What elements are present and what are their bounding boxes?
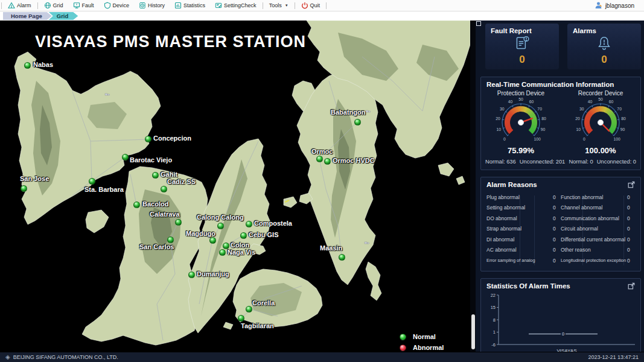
svg-text:60: 60 bbox=[609, 100, 614, 104]
station-label: Ormoc HVDC bbox=[333, 157, 375, 164]
gauge-label: Protection Device bbox=[481, 90, 561, 97]
map-title: VISAYAS PMS MASTER STATION bbox=[35, 33, 306, 51]
alarms-value: 0 bbox=[567, 54, 641, 66]
gauge-value: 75.99% bbox=[481, 146, 561, 155]
reason-row: DO abnormal0 bbox=[486, 213, 561, 224]
toolbar-button-fault[interactable]: Fault bbox=[68, 0, 99, 11]
station-marker-cadiz-ss[interactable] bbox=[161, 186, 167, 192]
station-marker-ormoc[interactable] bbox=[316, 156, 323, 162]
alarm-times-chart: 221581-60VISAYAS bbox=[483, 291, 639, 352]
station-marker-babatngon[interactable] bbox=[354, 119, 361, 125]
toolbar-button-settingcheck[interactable]: SettingCheck bbox=[210, 0, 261, 11]
globe-icon bbox=[44, 2, 51, 9]
username: jblagnason bbox=[605, 2, 634, 9]
reason-row: Other reason0 bbox=[561, 245, 635, 256]
company-logo-icon: ◈ bbox=[5, 354, 10, 360]
alarms-title: Alarms bbox=[573, 27, 596, 34]
toolbar-button-tools[interactable]: Tools▼ bbox=[264, 0, 293, 11]
toolbar-button-grid[interactable]: Grid bbox=[39, 0, 68, 11]
device-icon bbox=[104, 2, 111, 9]
map-islands bbox=[0, 21, 470, 352]
svg-text:40: 40 bbox=[508, 100, 513, 104]
station-label: Nabas bbox=[33, 61, 53, 68]
station-label: Ormoc bbox=[311, 148, 333, 155]
station-marker-corella[interactable] bbox=[246, 306, 252, 313]
map-area[interactable]: VISAYAS PMS MASTER STATION NabasConcepci… bbox=[0, 21, 470, 352]
svg-text:VISAYAS: VISAYAS bbox=[556, 348, 576, 352]
reason-row: AC abnormal0 bbox=[486, 245, 561, 256]
reason-row: Circuit abnormal0 bbox=[561, 224, 635, 235]
user-menu[interactable]: jblagnason bbox=[595, 1, 644, 10]
reason-row: Setting abnormal0 bbox=[486, 203, 561, 214]
toolbar-button-history[interactable]: History bbox=[134, 0, 170, 11]
toolbar-button-quit[interactable]: Quit bbox=[296, 0, 325, 11]
expand-icon[interactable] bbox=[628, 181, 635, 188]
alarms-card[interactable]: Alarms 0 bbox=[567, 24, 641, 69]
station-marker-naga-vis[interactable] bbox=[219, 249, 226, 256]
status-bar: ◈ BEIJING SIFANG AUTOMATION CO., LTD. 20… bbox=[0, 352, 644, 362]
reason-row: Communication abnormal0 bbox=[561, 213, 635, 224]
collapse-panel-icon[interactable] bbox=[476, 21, 481, 26]
station-marker-barotac-viejo[interactable] bbox=[122, 154, 129, 160]
reason-row: Plug abnormal0 bbox=[486, 192, 561, 203]
station-marker-tagbilaran[interactable] bbox=[238, 315, 244, 322]
station-marker-concepcion[interactable] bbox=[145, 136, 151, 142]
quit-icon bbox=[301, 2, 308, 9]
station-label: Concepcion bbox=[153, 135, 191, 142]
reason-row: Function abnormal0 bbox=[561, 192, 635, 203]
station-marker-san-jose[interactable] bbox=[21, 185, 27, 192]
station-marker-sta-barbara[interactable] bbox=[89, 178, 95, 185]
svg-text:60: 60 bbox=[529, 100, 534, 104]
station-label: Cebu GIS bbox=[249, 231, 279, 238]
tab-grid[interactable]: Grid bbox=[49, 12, 78, 20]
svg-text:20: 20 bbox=[575, 116, 580, 121]
comm-stat: Unconnected: 0 bbox=[597, 159, 636, 165]
comm-stat: Unconnected: 201 bbox=[520, 159, 565, 165]
station-label: Dumanjug bbox=[197, 270, 229, 278]
abnormal-dot-icon bbox=[400, 345, 406, 351]
fault-report-card[interactable]: Fault Report 0 bbox=[485, 24, 559, 69]
station-label: Maasin bbox=[320, 244, 342, 252]
panel-scrollbar-thumb[interactable] bbox=[471, 314, 475, 349]
toolbar-button-device[interactable]: Device bbox=[99, 0, 135, 11]
settingcheck-icon bbox=[215, 2, 222, 9]
svg-text:80: 80 bbox=[541, 116, 546, 121]
station-marker-colon[interactable] bbox=[223, 243, 229, 249]
toolbar-button-statistics[interactable]: Statistics bbox=[170, 0, 210, 11]
statistics-icon bbox=[174, 2, 182, 9]
island-guimaras bbox=[86, 210, 109, 233]
svg-text:30: 30 bbox=[500, 107, 505, 111]
station-label: Calong Calong bbox=[197, 214, 244, 221]
station-marker-dumanjug[interactable] bbox=[188, 272, 195, 278]
fault-icon bbox=[73, 2, 80, 9]
tab-home-page[interactable]: Home Page bbox=[3, 12, 52, 20]
expand-icon[interactable] bbox=[628, 282, 635, 290]
station-marker-magdugo[interactable] bbox=[209, 237, 216, 244]
reason-row: Error sampling of analog0 bbox=[486, 255, 561, 266]
station-label: Tagbilaran bbox=[241, 322, 274, 329]
station-marker-ormoc-hvdc[interactable] bbox=[324, 158, 331, 165]
station-marker-cebu-gis[interactable] bbox=[240, 232, 247, 239]
station-marker-calong-calong[interactable] bbox=[217, 223, 224, 229]
alarm-stats-title: Statistics Of Alarm Times bbox=[486, 282, 570, 290]
svg-text:10: 10 bbox=[576, 127, 581, 132]
comm-info-title: Real-Time Communication Information bbox=[481, 77, 640, 90]
svg-text:0: 0 bbox=[503, 137, 506, 141]
panel-scrollbar-track[interactable] bbox=[470, 21, 476, 352]
island-panaon bbox=[366, 262, 381, 300]
app-window: AlarmGridFaultDeviceHistoryStatisticsSet… bbox=[0, 0, 644, 362]
svg-text:70: 70 bbox=[537, 107, 542, 111]
station-label: Barotac Viejo bbox=[130, 156, 172, 164]
toolbar-button-alarm[interactable]: Alarm bbox=[3, 0, 36, 11]
comm-stats-line: Normal: 636Unconnected: 201Normal: 0Unco… bbox=[481, 155, 640, 170]
svg-text:8: 8 bbox=[493, 317, 496, 322]
station-marker-compostela[interactable] bbox=[246, 221, 252, 227]
svg-text:50: 50 bbox=[518, 97, 523, 101]
station-marker-bacolod[interactable] bbox=[133, 202, 140, 208]
station-marker-maasin[interactable] bbox=[339, 254, 345, 261]
fault-report-icon bbox=[485, 34, 559, 52]
station-marker-gahit[interactable] bbox=[152, 172, 159, 179]
station-marker-san-carlos[interactable] bbox=[167, 237, 174, 243]
station-marker-nabas[interactable] bbox=[24, 62, 31, 69]
station-marker-calatrava[interactable] bbox=[175, 219, 182, 226]
